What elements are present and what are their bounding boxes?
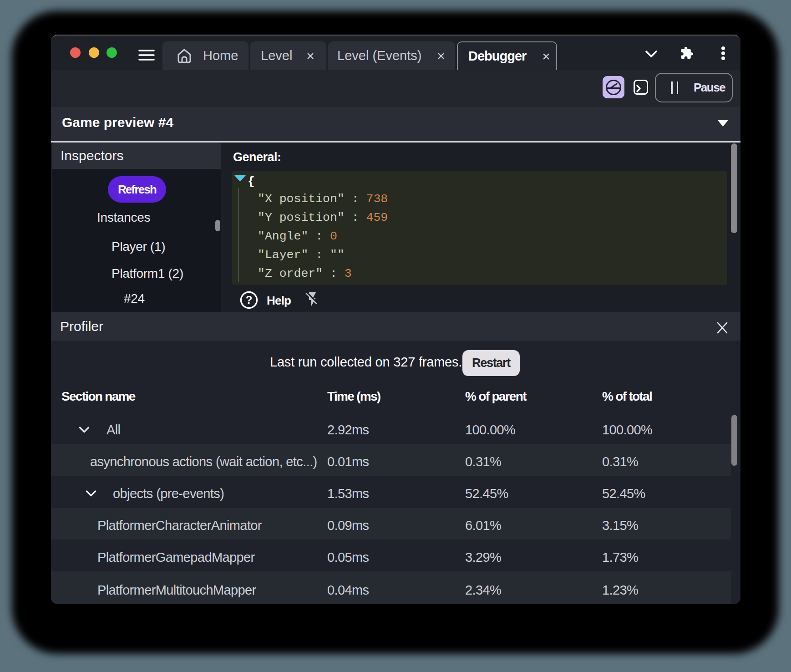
svg-text:?: ? <box>246 294 253 306</box>
